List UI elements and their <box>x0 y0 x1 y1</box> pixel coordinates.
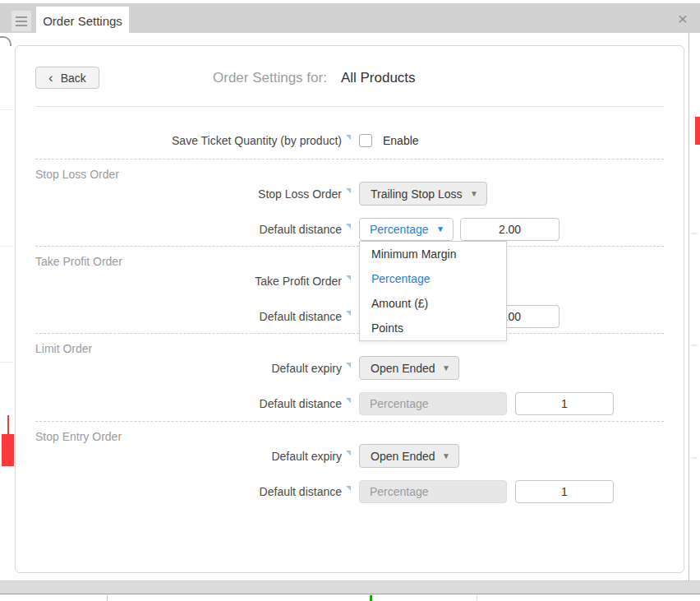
back-chevron-icon: ‹ <box>48 71 53 85</box>
divider <box>35 106 664 107</box>
stop-entry-expiry-row: Default expiry Open Ended ▼ <box>35 444 664 468</box>
background-gridline <box>0 109 14 110</box>
close-icon[interactable]: × <box>672 8 693 30</box>
background-footer-bar <box>0 580 700 594</box>
stop-loss-distance-input[interactable] <box>460 218 560 241</box>
background-chart-fragment <box>0 36 12 46</box>
stop-entry-expiry-label: Default expiry <box>35 450 351 463</box>
stop-entry-distance-row: Default distance Percentage <box>35 479 664 503</box>
stop-entry-distance-type-disabled: Percentage <box>359 480 507 503</box>
tooltip-marker-icon <box>346 451 351 455</box>
title-label: Order Settings for: <box>213 70 327 86</box>
chevron-down-icon: ▼ <box>442 363 450 372</box>
background-vertical-line <box>477 595 477 601</box>
order-settings-modal: ‹ Back Order Settings for: All Products … <box>15 45 684 573</box>
background-red-candle <box>695 117 700 145</box>
chevron-down-icon: ▼ <box>470 189 478 198</box>
take-profit-distance-label: Default distance <box>35 310 351 323</box>
limit-distance-label: Default distance <box>35 397 351 410</box>
tooltip-marker-icon <box>346 135 351 140</box>
section-heading-take-profit: Take Profit Order <box>35 255 122 268</box>
tooltip-marker-icon <box>346 486 351 491</box>
enable-checkbox[interactable] <box>359 134 372 147</box>
page-title: Order Settings for: All Products <box>213 67 416 89</box>
background-gridline <box>0 362 14 363</box>
tooltip-marker-icon <box>346 188 351 193</box>
distance-type-dropdown-open[interactable]: Percentage ▼ <box>359 218 454 241</box>
menu-item-points[interactable]: Points <box>360 316 506 340</box>
dashed-divider <box>35 421 664 422</box>
save-ticket-label: Save Ticket Quantity (by product) <box>35 134 351 147</box>
tab-label: Order Settings <box>43 14 122 28</box>
distance-type-menu: Minimum Margin Percentage Amount (£) Poi… <box>359 241 507 341</box>
chevron-down-icon: ▼ <box>442 451 450 460</box>
tooltip-marker-icon <box>346 275 351 280</box>
title-value: All Products <box>341 70 416 86</box>
take-profit-type-row: Take Profit Order <box>35 269 664 293</box>
limit-distance-row: Default distance Percentage <box>35 391 664 415</box>
section-heading-limit-order: Limit Order <box>35 342 92 355</box>
background-tick <box>691 457 698 459</box>
limit-expiry-label: Default expiry <box>35 362 351 375</box>
tooltip-marker-icon <box>346 311 351 316</box>
limit-distance-type-disabled: Percentage <box>359 392 507 415</box>
section-heading-stop-loss: Stop Loss Order <box>35 168 119 181</box>
back-label: Back <box>61 72 86 85</box>
background-green-tick <box>370 595 372 601</box>
chevron-down-icon: ▼ <box>436 224 444 233</box>
stop-loss-type-dropdown[interactable]: Trailing Stop Loss ▼ <box>359 182 487 206</box>
limit-distance-input[interactable] <box>515 392 614 415</box>
save-ticket-row: Save Ticket Quantity (by product) Enable <box>35 128 664 153</box>
tooltip-marker-icon <box>346 398 351 403</box>
background-red-candle-body <box>2 434 14 466</box>
limit-expiry-row: Default expiry Open Ended ▼ <box>35 356 664 380</box>
menu-item-percentage[interactable]: Percentage <box>360 266 506 291</box>
hamburger-menu-icon[interactable] <box>12 11 31 31</box>
stop-entry-distance-label: Default distance <box>35 485 351 498</box>
stop-loss-distance-row: Default distance Percentage ▼ <box>35 217 664 241</box>
background-gridline <box>0 246 14 247</box>
background-tick <box>691 344 698 346</box>
stop-loss-type-row: Stop Loss Order Trailing Stop Loss ▼ <box>35 182 664 206</box>
menu-item-amount[interactable]: Amount (£) <box>360 291 506 316</box>
stop-entry-expiry-dropdown[interactable]: Open Ended ▼ <box>359 444 459 468</box>
back-button[interactable]: ‹ Back <box>35 67 99 89</box>
dashed-divider <box>35 333 664 334</box>
stop-loss-distance-label: Default distance <box>35 223 351 236</box>
background-vertical-line <box>107 595 108 601</box>
take-profit-distance-row: Default distance <box>35 304 664 328</box>
stop-entry-distance-input[interactable] <box>515 480 614 503</box>
limit-expiry-dropdown[interactable]: Open Ended ▼ <box>359 356 459 380</box>
background-vertical-line <box>688 33 689 580</box>
menu-item-minimum-margin[interactable]: Minimum Margin <box>360 242 506 266</box>
background-tick <box>691 233 698 234</box>
section-heading-stop-entry: Stop Entry Order <box>35 430 122 443</box>
dashed-divider <box>35 159 664 159</box>
tab-order-settings[interactable]: Order Settings <box>36 7 129 35</box>
stop-loss-type-label: Stop Loss Order <box>35 187 351 201</box>
take-profit-type-label: Take Profit Order <box>35 275 351 288</box>
dashed-divider <box>35 246 664 247</box>
tooltip-marker-icon <box>346 363 351 368</box>
tooltip-marker-icon <box>346 224 351 229</box>
enable-label: Enable <box>383 134 419 147</box>
